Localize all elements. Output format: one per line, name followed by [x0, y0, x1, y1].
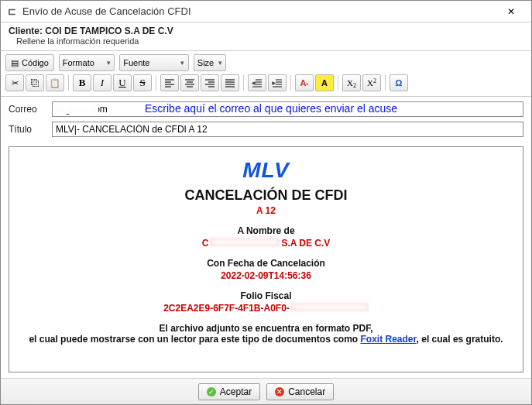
- correo-input[interactable]: [52, 101, 523, 117]
- strikethrough-button[interactable]: S: [133, 74, 152, 91]
- date-value: 2022-02-09T14:56:36: [17, 270, 515, 281]
- message-body-editor[interactable]: MLV CANCELACIÓN DE CFDI A 12 A Nombre de…: [9, 146, 523, 372]
- size-select[interactable]: Size▾: [194, 54, 226, 71]
- folio-head: Folio Fiscal: [17, 290, 515, 301]
- correo-label: Correo: [9, 104, 46, 115]
- separator: [156, 75, 156, 91]
- cancel-icon: ✕: [275, 387, 284, 396]
- brand-text: MLV: [17, 158, 515, 183]
- outdent-button[interactable]: [248, 74, 266, 91]
- separator: [338, 75, 338, 91]
- check-icon: ✓: [207, 387, 216, 396]
- redacted-area: [291, 303, 369, 311]
- pdf-line2b: , el cual es gratuito.: [417, 334, 503, 345]
- name-suffix: S.A DE C.V: [281, 238, 330, 249]
- close-icon: ✕: [507, 6, 515, 17]
- superscript-button[interactable]: X2: [362, 74, 381, 91]
- footer-buttons: ✓ Aceptar ✕ Cancelar: [1, 378, 531, 404]
- svg-marker-25: [273, 82, 275, 84]
- chevron-down-icon: ▾: [218, 59, 222, 67]
- header-subtext: Rellene la información requerida: [16, 36, 523, 46]
- folio-value: 2C2EA2E9-6F7F-4F1B-A0F0-: [17, 303, 515, 314]
- cut-button[interactable]: ✂: [5, 74, 24, 91]
- titulo-input[interactable]: [52, 122, 523, 137]
- format-label: Formato: [63, 58, 94, 67]
- cancel-button[interactable]: ✕ Cancelar: [266, 383, 334, 400]
- date-head: Con Fecha de Cancelación: [17, 258, 515, 269]
- separator: [290, 75, 291, 91]
- pdf-line1: El archivo adjunto se encuentra en forma…: [17, 323, 515, 334]
- name-head: A Nombre de: [17, 225, 515, 236]
- pdf-line2: el cual puede mostrarse con un lector pa…: [17, 334, 515, 345]
- scissors-icon: ✂: [12, 78, 19, 88]
- format-select[interactable]: Formato▾: [59, 54, 115, 71]
- redacted-area: [210, 238, 280, 246]
- chevron-down-icon: ▾: [107, 59, 111, 67]
- text-color-icon: A▪: [300, 78, 309, 88]
- client-name: COI DE TAMPICO S.A DE C.V: [45, 26, 173, 36]
- separator: [68, 75, 69, 91]
- form-area: Correo Escribe aquí el correo al que qui…: [1, 97, 531, 146]
- separator: [243, 75, 244, 91]
- app-icon: ⊏: [5, 5, 18, 18]
- align-right-button[interactable]: [201, 74, 219, 91]
- folio-prefix: 2C2EA2E9-6F7F-4F1B-A0F0-: [163, 303, 290, 314]
- font-label: Fuente: [123, 58, 149, 67]
- align-left-button[interactable]: [160, 74, 179, 91]
- size-label: Size: [197, 58, 214, 67]
- underline-button[interactable]: U: [113, 74, 132, 91]
- align-justify-button[interactable]: [221, 74, 239, 91]
- bold-button[interactable]: B: [73, 74, 91, 91]
- chevron-down-icon: ▾: [180, 59, 184, 67]
- code-icon: ▤: [11, 58, 19, 68]
- format-toolbar-row1: ▤ Código Formato▾ Fuente▾ Size▾: [1, 51, 531, 73]
- text-color-button[interactable]: A▪: [295, 74, 314, 91]
- window-title: Envío de Acuse de Cancelación CFDI: [22, 5, 191, 17]
- heading-code: A 12: [17, 205, 515, 216]
- close-button[interactable]: ✕: [496, 1, 527, 22]
- message-content: MLV CANCELACIÓN DE CFDI A 12 A Nombre de…: [17, 158, 515, 345]
- foxit-reader-link[interactable]: Foxit Reader: [361, 334, 417, 345]
- cancel-label: Cancelar: [288, 386, 325, 397]
- svg-marker-20: [252, 82, 255, 84]
- header-info: Cliente: COI DE TAMPICO S.A DE C.V Relle…: [1, 22, 531, 51]
- name-value: C S.A DE C.V: [17, 238, 515, 249]
- copy-icon: ⿻: [31, 78, 39, 88]
- source-code-button[interactable]: ▤ Código: [5, 54, 54, 71]
- clipboard-icon: 📋: [50, 78, 60, 88]
- redacted-area: [55, 103, 98, 114]
- subscript-button[interactable]: X2: [342, 74, 361, 91]
- italic-button[interactable]: I: [93, 74, 112, 91]
- highlight-icon: A: [321, 78, 328, 88]
- accept-button[interactable]: ✓ Aceptar: [198, 383, 260, 400]
- omega-icon: Ω: [396, 78, 403, 88]
- special-char-button[interactable]: Ω: [390, 74, 408, 91]
- titulo-label: Título: [9, 124, 46, 135]
- indent-button[interactable]: [268, 74, 287, 91]
- titlebar: ⊏ Envío de Acuse de Cancelación CFDI ✕: [1, 1, 531, 22]
- pdf-line2a: el cual puede mostrarse con un lector pa…: [29, 334, 360, 345]
- paste-button[interactable]: 📋: [46, 74, 64, 91]
- correo-row: Correo Escribe aquí el correo al que qui…: [9, 101, 523, 117]
- align-center-button[interactable]: [180, 74, 199, 91]
- separator: [385, 75, 386, 91]
- heading-cancel: CANCELACIÓN DE CFDI: [17, 187, 515, 204]
- titulo-row: Título: [9, 122, 523, 137]
- copy-button[interactable]: ⿻: [26, 74, 44, 91]
- highlight-button[interactable]: A: [315, 74, 334, 91]
- name-prefix: C: [202, 238, 209, 249]
- client-prefix: Cliente:: [9, 26, 45, 36]
- code-label: Código: [22, 58, 49, 67]
- font-select[interactable]: Fuente▾: [119, 54, 189, 71]
- accept-label: Aceptar: [220, 386, 252, 397]
- format-toolbar-row2: ✂ ⿻ 📋 B I U S A▪ A X2 X2 Ω: [1, 73, 531, 97]
